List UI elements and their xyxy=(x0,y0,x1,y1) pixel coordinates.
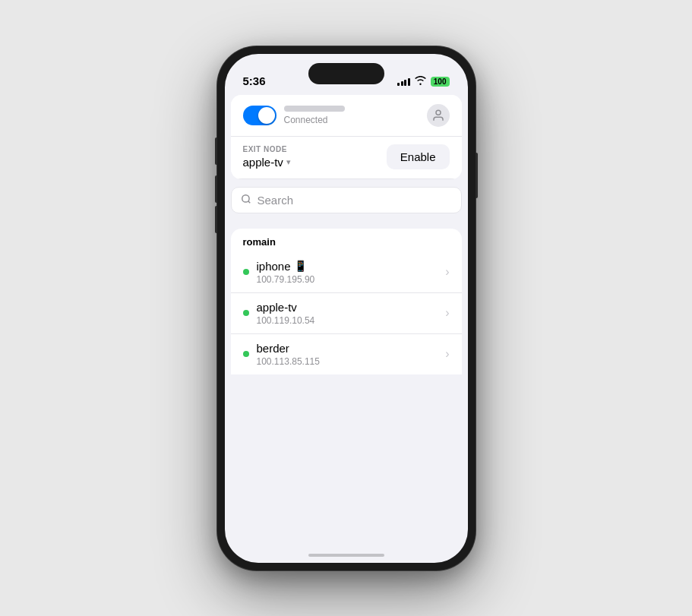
device-list: romain iphone 📱 100.79.195.90 › xyxy=(231,229,462,374)
list-chevron-icon: › xyxy=(445,347,449,361)
svg-point-1 xyxy=(242,194,248,201)
search-bar[interactable]: Search xyxy=(231,187,462,213)
signal-bars-icon xyxy=(397,77,410,86)
device-name-text: iphone xyxy=(257,260,291,273)
device-name-text: apple-tv xyxy=(257,301,297,314)
svg-line-2 xyxy=(248,201,250,203)
phone-mockup: 5:36 100 xyxy=(217,46,476,570)
enable-button[interactable]: Enable xyxy=(387,144,450,169)
device-ip: 100.79.195.90 xyxy=(257,274,446,285)
device-name-text: berder xyxy=(257,342,289,355)
vpn-toggle[interactable] xyxy=(243,106,276,125)
device-status-dot xyxy=(243,310,249,316)
battery-level: 100 xyxy=(431,77,450,87)
device-ip: 100.119.10.54 xyxy=(257,315,446,326)
search-placeholder: Search xyxy=(258,194,294,207)
status-time: 5:36 xyxy=(243,74,266,89)
device-item-berder[interactable]: berder 100.113.85.115 › xyxy=(231,334,462,374)
app-header: Connected xyxy=(231,95,462,137)
svg-point-0 xyxy=(436,110,441,115)
status-icons: 100 xyxy=(397,76,449,89)
home-indicator xyxy=(308,554,384,557)
vpn-name-bar xyxy=(284,106,345,112)
dynamic-island xyxy=(308,63,384,84)
device-name: iphone 📱 xyxy=(257,260,446,273)
exit-node-label: EXIT NODE xyxy=(243,145,291,153)
exit-node-selector[interactable]: apple-tv ▾ xyxy=(243,156,291,169)
chevron-down-icon: ▾ xyxy=(286,157,291,167)
search-container: Search xyxy=(225,179,468,221)
signal-bar-1 xyxy=(397,83,400,86)
device-name: berder xyxy=(257,342,446,355)
list-chevron-icon: › xyxy=(445,306,449,320)
app-content-area: Connected EXIT NODE xyxy=(225,95,468,374)
connected-info: Connected xyxy=(284,106,345,125)
exit-node-info: EXIT NODE apple-tv ▾ xyxy=(243,145,291,169)
device-item-apple-tv[interactable]: apple-tv 100.119.10.54 › xyxy=(231,293,462,334)
signal-bar-4 xyxy=(408,78,410,86)
wifi-icon xyxy=(415,76,426,87)
phone-screen: 5:36 100 xyxy=(225,54,468,563)
device-status-dot xyxy=(243,269,249,275)
header-left: Connected xyxy=(243,106,345,125)
device-name: apple-tv xyxy=(257,301,446,314)
list-chevron-icon: › xyxy=(445,265,449,279)
exit-node-section: EXIT NODE apple-tv ▾ Enable xyxy=(231,137,462,179)
exit-node-value-text: apple-tv xyxy=(243,156,283,169)
signal-bar-3 xyxy=(404,80,406,86)
signal-bar-2 xyxy=(401,81,403,86)
device-info: iphone 📱 100.79.195.90 xyxy=(257,260,446,285)
section-header: romain xyxy=(231,229,462,252)
connected-label: Connected xyxy=(284,115,345,125)
device-status-dot xyxy=(243,351,249,357)
avatar-button[interactable] xyxy=(427,104,450,127)
device-ip: 100.113.85.115 xyxy=(257,356,446,367)
device-info: apple-tv 100.119.10.54 xyxy=(257,301,446,326)
device-item-iphone[interactable]: iphone 📱 100.79.195.90 › xyxy=(231,252,462,293)
search-icon xyxy=(241,194,251,207)
toggle-knob xyxy=(258,107,275,124)
device-type-icon: 📱 xyxy=(294,260,307,272)
app-header-card: Connected EXIT NODE xyxy=(231,95,462,179)
phone-frame: 5:36 100 xyxy=(217,46,476,570)
device-info: berder 100.113.85.115 xyxy=(257,342,446,367)
